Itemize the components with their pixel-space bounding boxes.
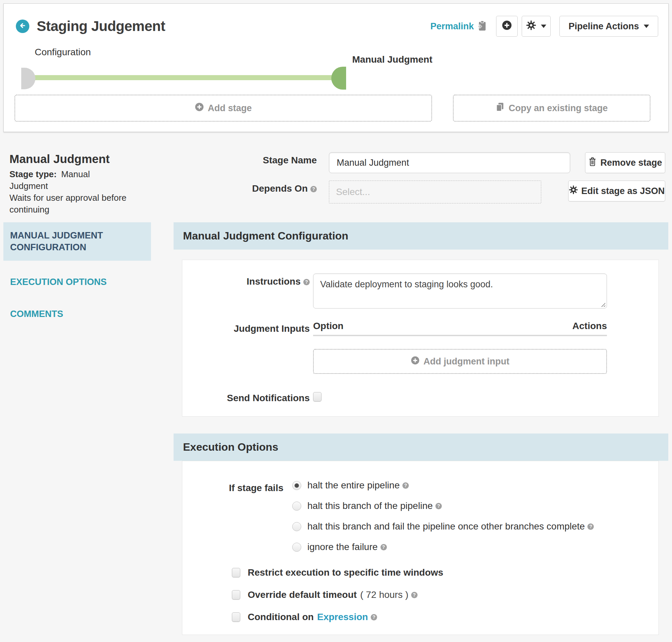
plus-circle-icon [195, 102, 204, 114]
radio-row: halt this branch of the pipeline [292, 501, 649, 511]
settings-dropdown-button[interactable] [522, 16, 551, 37]
back-button[interactable] [16, 20, 29, 33]
copy-icon [495, 102, 505, 114]
help-icon[interactable] [371, 614, 377, 620]
caret-down-icon [644, 25, 649, 28]
stage-description: Waits for user approval before continuin… [10, 192, 129, 216]
restrict-execution-checkbox[interactable] [232, 568, 240, 577]
graph-config-label[interactable]: Configuration [35, 47, 91, 57]
stage-type-label: Stage type: [10, 169, 56, 179]
graph-node-manual-judgment[interactable] [331, 67, 346, 90]
plus-circle-icon [411, 356, 420, 367]
restrict-execution-row: Restrict execution to specific time wind… [232, 567, 659, 578]
plus-circle-icon [502, 20, 512, 33]
graph-stage-label[interactable]: Manual Judgment [352, 54, 432, 65]
execution-section-header: Execution Options [174, 434, 668, 461]
radio-row: halt this branch and fail the pipeline o… [292, 521, 649, 532]
help-icon[interactable] [380, 544, 387, 550]
gear-icon [526, 20, 536, 33]
radio-halt-branch[interactable] [292, 502, 301, 511]
stage-heading: Manual Judgment [10, 152, 129, 166]
execution-section-card: If stage fails halt the entire pipeline … [182, 461, 659, 635]
help-icon[interactable] [411, 592, 418, 598]
radio-halt-entire-pipeline[interactable] [292, 481, 301, 490]
help-icon[interactable] [310, 186, 317, 192]
caret-down-icon [541, 25, 546, 28]
stage-name-label: Stage Name [189, 152, 317, 166]
stage-details-form: Manual Judgment Stage type: Manual Judgm… [0, 152, 672, 222]
instructions-textarea[interactable]: Validate deployment to staging looks goo… [313, 273, 607, 309]
help-icon[interactable] [303, 279, 310, 285]
option-column-header: Option [313, 321, 343, 332]
conditional-on-row: Conditional on Expression [232, 612, 659, 622]
override-timeout-checkbox[interactable] [232, 590, 240, 600]
radio-row: ignore the failure [292, 542, 649, 552]
if-stage-fails-label: If stage fails [182, 480, 283, 493]
expression-link[interactable]: Expression [317, 612, 368, 622]
remove-stage-button[interactable]: Remove stage [585, 152, 665, 173]
stage-name-input[interactable] [329, 152, 570, 173]
depends-on-placeholder: Select... [336, 187, 370, 197]
main-area: MANUAL JUDGMENT CONFIGURATION EXECUTION … [3, 222, 668, 635]
sidebar-item-execution-options[interactable]: EXECUTION OPTIONS [3, 271, 151, 293]
config-section-header: Manual Judgment Configuration [174, 222, 668, 249]
help-icon[interactable] [402, 482, 409, 489]
page-title: Staging Judgement [37, 18, 165, 34]
pipeline-actions-button[interactable]: Pipeline Actions [559, 16, 658, 37]
conditional-on-checkbox[interactable] [232, 612, 240, 622]
add-stage-icon-button[interactable] [496, 16, 518, 37]
help-icon[interactable] [587, 524, 594, 530]
sidebar-item-manual-judgment-configuration[interactable]: MANUAL JUDGMENT CONFIGURATION [3, 222, 151, 261]
graph-edge [28, 75, 338, 80]
instructions-label: Instructions [182, 273, 310, 287]
override-timeout-row: Override default timeout ( 72 hours ) [232, 589, 659, 600]
arrow-left-icon [18, 22, 27, 31]
graph-node-configuration[interactable] [21, 68, 35, 89]
add-stage-button[interactable]: Add stage [14, 95, 432, 121]
copy-existing-stage-button[interactable]: Copy an existing stage [453, 95, 650, 121]
config-section-card: Instructions Validate deployment to stag… [182, 260, 659, 417]
clipboard-icon[interactable] [477, 20, 487, 32]
judgment-inputs-table-header: Option Actions [313, 321, 607, 336]
judgment-inputs-label: Judgment Inputs [182, 321, 310, 334]
help-icon[interactable] [435, 503, 442, 509]
stage-info: Manual Judgment Stage type: Manual Judgm… [10, 152, 129, 216]
title-row: Staging Judgement Permalink Pipeline Act… [4, 4, 668, 41]
stage-toolbar: Add stage Copy an existing stage [14, 95, 650, 121]
pipeline-actions-label: Pipeline Actions [569, 21, 639, 32]
pipeline-header-panel: Staging Judgement Permalink Pipeline Act… [3, 3, 669, 132]
gear-icon [569, 185, 578, 197]
trash-icon [588, 157, 597, 169]
send-notifications-checkbox[interactable] [313, 392, 321, 401]
stage-actions: Remove stage Edit stage as JSON [568, 152, 665, 202]
radio-ignore-failure[interactable] [292, 543, 301, 552]
send-notifications-label: Send Notifications [182, 390, 310, 403]
add-judgment-input-button[interactable]: Add judgment input [313, 349, 607, 374]
depends-on-label: Depends On [189, 181, 317, 194]
edit-stage-json-button[interactable]: Edit stage as JSON [568, 181, 665, 202]
permalink-link[interactable]: Permalink [430, 21, 474, 32]
stage-config-content: Manual Judgment Configuration Instructio… [174, 222, 668, 635]
radio-row: halt the entire pipeline [292, 480, 649, 491]
stage-fields: Stage Name Depends On Select... [189, 152, 570, 211]
stage-config-sidebar: MANUAL JUDGMENT CONFIGURATION EXECUTION … [3, 222, 151, 635]
sidebar-item-comments[interactable]: COMMENTS [3, 304, 151, 325]
pipeline-graph: Configuration Manual Judgment [4, 41, 668, 95]
actions-column-header: Actions [572, 321, 607, 332]
radio-halt-branch-fail-pipeline[interactable] [292, 522, 301, 531]
depends-on-select[interactable]: Select... [329, 181, 541, 203]
